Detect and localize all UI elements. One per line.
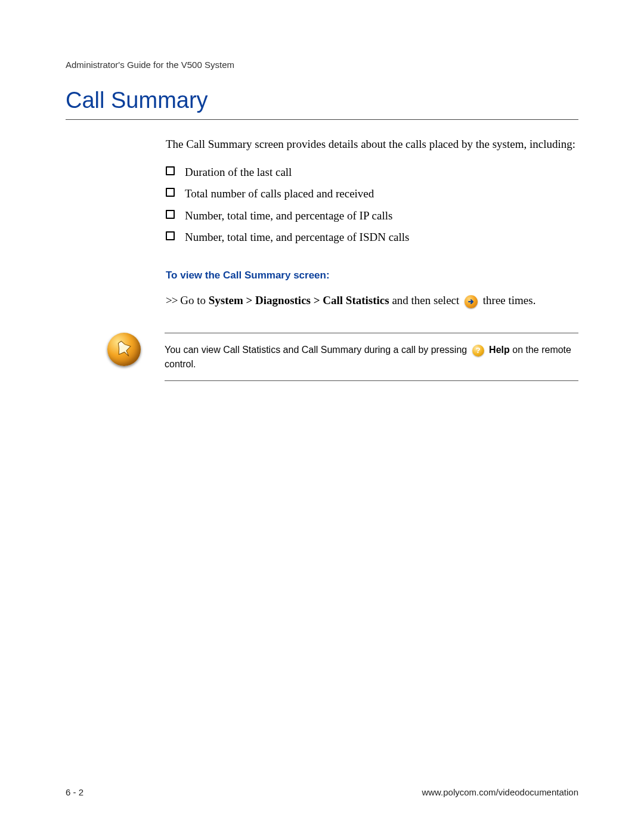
nav-path: System > Diagnostics > Call Statistics (209, 294, 389, 306)
instruction-trailing: three times. (483, 294, 536, 306)
page-footer: 6 - 2 www.polycom.com/videodocumentation (66, 787, 578, 797)
list-item: Number, total time, and percentage of IS… (166, 230, 578, 246)
help-label: Help (489, 345, 510, 355)
list-item: Duration of the last call (166, 165, 578, 181)
instruction-text-before: Go to (180, 294, 209, 306)
list-item: Total number of calls placed and receive… (166, 186, 578, 202)
note-text-before: You can view Call Statistics and Call Su… (165, 345, 467, 355)
running-header: Administrator's Guide for the V500 Syste… (66, 60, 578, 70)
instruction-text-after: and then select (389, 294, 460, 306)
footer-url: www.polycom.com/videodocumentation (422, 787, 578, 797)
chevron-prefix: >> (166, 294, 177, 306)
section-title: Call Summary (66, 88, 578, 117)
instruction-line: >> Go to System > Diagnostics > Call Sta… (166, 292, 578, 309)
title-rule (66, 119, 578, 120)
feature-checklist: Duration of the last call Total number o… (166, 165, 578, 246)
arrow-right-icon (465, 295, 478, 308)
pushpin-icon (107, 333, 141, 366)
subheading: To view the Call Summary screen: (166, 270, 578, 281)
note-block: You can view Call Statistics and Call Su… (66, 333, 578, 380)
help-icon: ? (472, 345, 484, 357)
note-body: You can view Call Statistics and Call Su… (165, 333, 578, 380)
intro-text: The Call Summary screen provides details… (166, 137, 578, 153)
list-item: Number, total time, and percentage of IP… (166, 208, 578, 224)
page-number: 6 - 2 (66, 787, 83, 797)
